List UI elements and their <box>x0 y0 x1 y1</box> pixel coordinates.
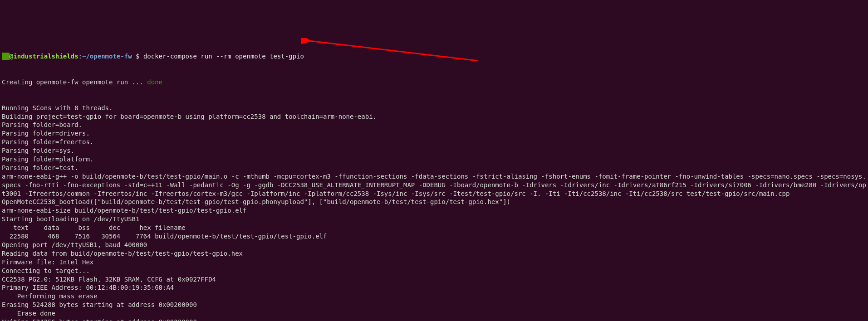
prompt-separator: : <box>78 53 82 60</box>
output-line: Writing 524256 bytes starting at address… <box>2 318 866 321</box>
output-line: Starting bootloading on /dev/ttyUSB1 <box>2 215 866 224</box>
output-line: Parsing folder=freertos. <box>2 138 866 146</box>
output-line: Primary IEEE Address: 00:12:4B:00:19:35:… <box>2 283 866 292</box>
output-line: 22580 468 7516 30564 7764 build/openmote… <box>2 232 866 241</box>
output-line: CC2538 PG2.0: 512KB Flash, 32KB SRAM, CC… <box>2 275 866 284</box>
prompt-line: @industrialshields:~/openmote-fw $ docke… <box>2 52 866 61</box>
output-line: OpenMoteCC2538_bootload(["build/openmote… <box>2 198 866 206</box>
output-line: Erasing 524288 bytes starting at address… <box>2 301 866 309</box>
prompt-user-block <box>2 53 10 60</box>
output-line: Connecting to target... <box>2 267 866 275</box>
terminal-window[interactable]: @industrialshields:~/openmote-fw $ docke… <box>2 35 866 321</box>
output-line: Firmware file: Intel Hex <box>2 258 866 267</box>
output-line: Running SCons with 8 threads. <box>2 104 866 112</box>
output-line: Parsing folder=platform. <box>2 155 866 164</box>
output-line: Parsing folder=test. <box>2 164 866 172</box>
prompt-path: ~/openmote-fw <box>82 53 132 60</box>
output-line: Reading data from build/openmote-b/test/… <box>2 249 866 258</box>
terminal-output: Running SCons with 8 threads.Building pr… <box>2 104 866 321</box>
output-line: Building project=test-gpio for board=ope… <box>2 112 866 121</box>
output-line: Performing mass erase <box>2 292 866 301</box>
creating-prefix: Creating openmote-fw_openmote_run ... <box>2 78 147 86</box>
prompt-symbol: $ <box>132 53 143 60</box>
output-line: Parsing folder=sys. <box>2 146 866 155</box>
output-line: Parsing folder=board. <box>2 121 866 129</box>
prompt-command: docker-compose run --rm openmote test-gp… <box>143 53 304 60</box>
creating-line: Creating openmote-fw_openmote_run ... do… <box>2 78 866 87</box>
prompt-user-host: @industrialshields <box>10 53 78 60</box>
output-line: arm-none-eabi-size build/openmote-b/test… <box>2 206 866 215</box>
output-line: Parsing folder=drivers. <box>2 129 866 138</box>
output-line: Opening port /dev/ttyUSB1, baud 400000 <box>2 241 866 249</box>
output-line: Erase done <box>2 309 866 318</box>
creating-status: done <box>147 78 162 86</box>
output-line: text data bss dec hex filename <box>2 224 866 232</box>
output-line: arm-none-eabi-g++ -o build/openmote-b/te… <box>2 172 866 198</box>
